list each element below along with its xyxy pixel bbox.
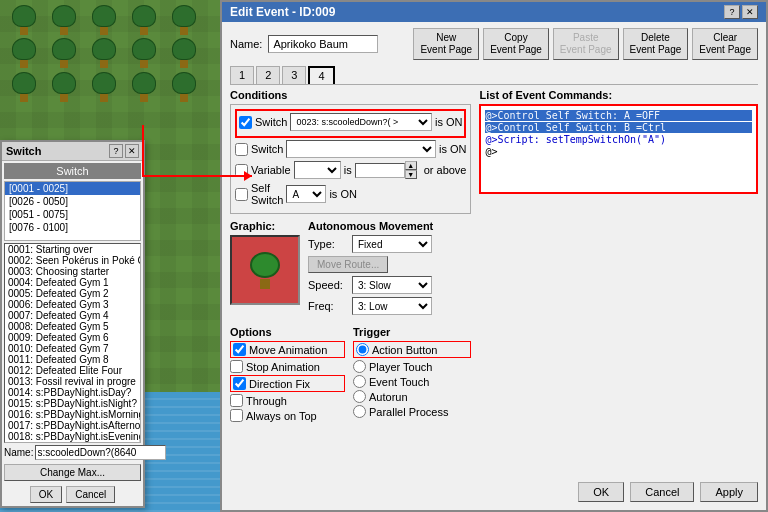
graphic-box[interactable] [230, 235, 300, 305]
switch-list-item[interactable]: 0018: s:PBDayNight.isEvening [5, 431, 140, 442]
condition-self-switch-select[interactable]: A [286, 185, 326, 203]
switch-close-button[interactable]: ✕ [125, 144, 139, 158]
delete-event-page-button[interactable]: DeleteEvent Page [623, 28, 689, 60]
switch-range-item[interactable]: [0026 - 0050] [5, 195, 140, 208]
clear-event-page-button[interactable]: ClearEvent Page [692, 28, 758, 60]
tree-trunk [260, 279, 270, 289]
event-commands-list[interactable]: @>Control Self Switch: A =OFF @>Control … [479, 104, 758, 194]
auto-type-select[interactable]: Fixed [352, 235, 432, 253]
tree-sprite [10, 5, 38, 35]
switch-list-item[interactable]: 0017: s:PBDayNight.isAfterno [5, 420, 140, 431]
tab-2[interactable]: 2 [256, 66, 280, 84]
main-ok-button[interactable]: OK [578, 482, 624, 502]
condition-switch2-checkbox[interactable] [235, 143, 248, 156]
event-cmd-3[interactable]: @>Script: setTempSwitchOn("A") [485, 134, 752, 145]
new-event-page-button[interactable]: NewEvent Page [413, 28, 479, 60]
switch-items-list[interactable]: 0001: Starting over 0002: Seen Pokérus i… [4, 243, 141, 443]
switch-list-item[interactable]: 0014: s:PBDayNight.isDay? [5, 387, 140, 398]
switch-list-item[interactable]: 0002: Seen Pokérus in Poké C [5, 255, 140, 266]
switch-list-item[interactable]: 0015: s:PBDayNight.isNight? [5, 398, 140, 409]
trigger-autorun-label: Autorun [369, 391, 408, 403]
auto-speed-label: Speed: [308, 279, 348, 291]
titlebar-controls: ? ✕ [724, 5, 758, 19]
switch-list-item[interactable]: 0009: Defeated Gym 6 [5, 332, 140, 343]
right-column: List of Event Commands: @>Control Self S… [479, 89, 758, 424]
tab-3[interactable]: 3 [282, 66, 306, 84]
option-stop-animation-label: Stop Animation [246, 361, 320, 373]
option-stop-animation: Stop Animation [230, 360, 345, 373]
option-move-animation-label: Move Animation [249, 344, 327, 356]
switch-name-input[interactable] [35, 445, 166, 460]
spinner-down[interactable]: ▼ [405, 170, 417, 179]
auto-speed-select[interactable]: 3: Slow [352, 276, 432, 294]
event-cmd-1[interactable]: @>Control Self Switch: A =OFF [485, 110, 752, 121]
conditions-box: Switch 0023: s:scooledDown?( > is ON Swi… [230, 104, 471, 214]
option-stop-animation-checkbox[interactable] [230, 360, 243, 373]
switch-dialog-title: Switch [6, 145, 41, 157]
switch-list-item[interactable]: 0016: s:PBDayNight.isMorning [5, 409, 140, 420]
condition-variable-select[interactable] [294, 161, 341, 179]
trigger-parallel-process-radio[interactable] [353, 405, 366, 418]
switch-ok-button[interactable]: OK [30, 486, 62, 503]
paste-event-page-button[interactable]: PasteEvent Page [553, 28, 619, 60]
trigger-autorun: Autorun [353, 390, 471, 403]
condition-switch1-ison: is ON [435, 116, 463, 128]
condition-switch1-label: Switch [255, 116, 287, 128]
trigger-column: Trigger Action Button Player Touch Event… [353, 326, 471, 424]
trigger-player-touch-radio[interactable] [353, 360, 366, 373]
main-cancel-button[interactable]: Cancel [630, 482, 694, 502]
switch-list-item[interactable]: 0004: Defeated Gym 1 [5, 277, 140, 288]
switch-list-item[interactable]: 0013: Fossil revival in progre [5, 376, 140, 387]
switch-range-item[interactable]: [0051 - 0075] [5, 208, 140, 221]
trigger-action-button-radio[interactable] [356, 343, 369, 356]
switch-list-item[interactable]: 0005: Defeated Gym 2 [5, 288, 140, 299]
option-direction-fix-checkbox[interactable] [233, 377, 246, 390]
switch-list-item[interactable]: 0003: Choosing starter [5, 266, 140, 277]
switch-range-item[interactable]: [0001 - 0025] [5, 182, 140, 195]
main-dialog-title: Edit Event - ID:009 [230, 5, 335, 19]
auto-freq-select[interactable]: 3: Low [352, 297, 432, 315]
condition-switch1-select[interactable]: 0023: s:scooledDown?( > [290, 113, 432, 131]
trigger-event-touch-radio[interactable] [353, 375, 366, 388]
switch-list-item[interactable]: 0008: Defeated Gym 5 [5, 321, 140, 332]
switch-help-button[interactable]: ? [109, 144, 123, 158]
main-help-button[interactable]: ? [724, 5, 740, 19]
arrow-vertical [142, 125, 144, 177]
switch-list-item[interactable]: 0007: Defeated Gym 4 [5, 310, 140, 321]
condition-self-switch-checkbox[interactable] [235, 188, 248, 201]
switch-range-item[interactable]: [0076 - 0100] [5, 221, 140, 234]
spinner-up[interactable]: ▲ [405, 161, 417, 170]
switch-list-item[interactable]: 0012: Defeated Elite Four [5, 365, 140, 376]
option-always-on-top-checkbox[interactable] [230, 409, 243, 422]
condition-switch2-label: Switch [251, 143, 283, 155]
tab-1[interactable]: 1 [230, 66, 254, 84]
option-through-checkbox[interactable] [230, 394, 243, 407]
tabs-row: 1 2 3 4 [230, 66, 758, 85]
trigger-event-touch: Event Touch [353, 375, 471, 388]
switch-list-item[interactable]: 0001: Starting over [5, 244, 140, 255]
main-apply-button[interactable]: Apply [700, 482, 758, 502]
copy-event-page-button[interactable]: CopyEvent Page [483, 28, 549, 60]
or-above-label: or above [424, 164, 467, 176]
option-through-label: Through [246, 395, 287, 407]
switch-list-item[interactable]: 0011: Defeated Gym 8 [5, 354, 140, 365]
condition-row-switch1: Switch 0023: s:scooledDown?( > is ON [239, 113, 462, 131]
option-move-animation-checkbox[interactable] [233, 343, 246, 356]
switch-list-item[interactable]: 0006: Defeated Gym 3 [5, 299, 140, 310]
condition-switch1-checkbox[interactable] [239, 116, 252, 129]
move-route-button[interactable]: Move Route... [308, 256, 388, 273]
tab-4[interactable]: 4 [308, 66, 334, 84]
options-column: Options Move Animation Stop Animation Di… [230, 326, 345, 424]
event-cmd-2[interactable]: @>Control Self Switch: B =Ctrl [485, 122, 752, 133]
switch-cancel-button[interactable]: Cancel [66, 486, 115, 503]
condition-variable-value[interactable] [355, 163, 405, 178]
name-input[interactable] [268, 35, 378, 53]
change-max-button[interactable]: Change Max... [4, 464, 141, 481]
trigger-autorun-radio[interactable] [353, 390, 366, 403]
event-page-buttons: NewEvent Page CopyEvent Page PasteEvent … [413, 28, 758, 60]
condition-switch2-select[interactable] [286, 140, 436, 158]
switch-list-item[interactable]: 0019: s:pbIsWeekday(-1,2,4, [5, 442, 140, 443]
main-close-button[interactable]: ✕ [742, 5, 758, 19]
switch-list-item[interactable]: 0010: Defeated Gym 7 [5, 343, 140, 354]
event-cmd-4[interactable]: @> [485, 146, 752, 157]
